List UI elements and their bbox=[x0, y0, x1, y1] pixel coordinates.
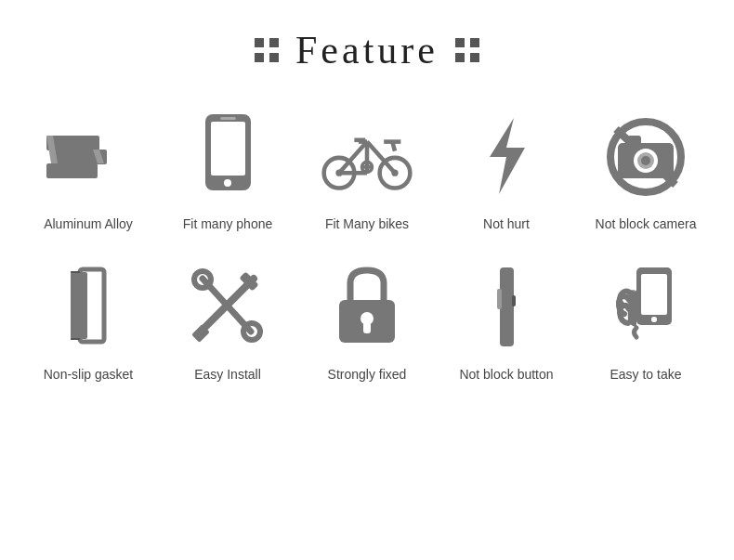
dot bbox=[455, 38, 465, 47]
svg-point-52 bbox=[651, 317, 657, 322]
svg-point-33 bbox=[641, 156, 650, 165]
svg-rect-48 bbox=[497, 289, 502, 309]
svg-rect-49 bbox=[512, 295, 516, 306]
easy-install-icon bbox=[181, 260, 274, 353]
svg-line-21 bbox=[392, 141, 395, 150]
fit-many-phone-label: Fit many phone bbox=[183, 215, 273, 232]
feature-non-slip-gasket: Non-slip gasket bbox=[23, 260, 153, 383]
svg-rect-35 bbox=[71, 272, 87, 339]
feature-row-2: Non-slip gasket Easy Install bbox=[19, 260, 715, 383]
not-block-camera-icon bbox=[599, 110, 692, 202]
dot bbox=[455, 53, 465, 62]
fit-many-phone-icon bbox=[181, 110, 274, 202]
svg-rect-5 bbox=[62, 136, 99, 150]
feature-strongly-fixed: Strongly fixed bbox=[302, 260, 432, 383]
not-block-button-label: Not block button bbox=[459, 366, 553, 383]
dot bbox=[255, 53, 264, 62]
svg-marker-26 bbox=[490, 118, 525, 194]
dot bbox=[255, 38, 264, 47]
dot bbox=[470, 53, 479, 62]
svg-point-10 bbox=[224, 179, 231, 187]
feature-not-block-camera: Not block camera bbox=[581, 110, 711, 232]
easy-install-label: Easy Install bbox=[194, 366, 261, 383]
right-decoration bbox=[455, 38, 479, 62]
feature-fit-many-phone: Fit many phone bbox=[163, 110, 293, 232]
feature-easy-to-take: Easy to take bbox=[581, 260, 711, 383]
svg-rect-11 bbox=[220, 117, 236, 120]
svg-rect-1 bbox=[60, 163, 98, 178]
feature-fit-many-bikes: Fit Many bikes bbox=[302, 110, 432, 232]
feature-not-block-button: Not block button bbox=[441, 260, 571, 383]
fit-many-bikes-label: Fit Many bikes bbox=[325, 215, 409, 232]
feature-aluminum-alloy: Aluminum Alloy bbox=[23, 110, 153, 232]
not-block-camera-label: Not block camera bbox=[596, 215, 697, 232]
not-hurt-label: Not hurt bbox=[483, 215, 530, 232]
svg-rect-47 bbox=[500, 267, 514, 346]
aluminum-alloy-icon bbox=[42, 110, 135, 202]
page-title: Feature bbox=[295, 28, 439, 72]
dot bbox=[470, 38, 479, 47]
features-grid: Aluminum Alloy Fit many phone bbox=[0, 110, 734, 383]
not-block-button-icon bbox=[460, 260, 553, 353]
easy-to-take-label: Easy to take bbox=[609, 366, 681, 383]
svg-rect-32 bbox=[627, 136, 641, 145]
non-slip-gasket-label: Non-slip gasket bbox=[44, 366, 134, 383]
feature-row-1: Aluminum Alloy Fit many phone bbox=[19, 110, 715, 232]
not-hurt-icon bbox=[460, 110, 553, 202]
strongly-fixed-icon bbox=[321, 260, 413, 353]
svg-rect-46 bbox=[363, 322, 371, 333]
non-slip-gasket-icon bbox=[42, 260, 135, 353]
svg-rect-3 bbox=[53, 150, 90, 164]
dot bbox=[269, 38, 279, 47]
fit-many-bikes-icon bbox=[321, 110, 413, 202]
page-header: Feature bbox=[255, 28, 479, 72]
svg-rect-9 bbox=[211, 122, 245, 176]
strongly-fixed-label: Strongly fixed bbox=[328, 366, 407, 383]
easy-to-take-icon bbox=[599, 260, 692, 353]
svg-rect-51 bbox=[641, 274, 667, 315]
left-decoration bbox=[255, 38, 279, 62]
feature-easy-install: Easy Install bbox=[163, 260, 293, 383]
aluminum-alloy-label: Aluminum Alloy bbox=[44, 215, 133, 232]
feature-not-hurt: Not hurt bbox=[441, 110, 571, 232]
dot bbox=[269, 53, 279, 62]
